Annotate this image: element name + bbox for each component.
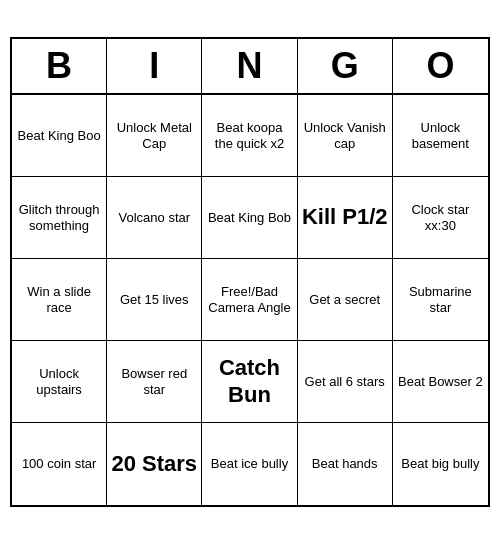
header-letter: N <box>202 39 297 93</box>
bingo-cell: Beat big bully <box>393 423 488 505</box>
bingo-card: BINGO Beat King BooUnlock Metal CapBeat … <box>10 37 490 507</box>
header-letter: I <box>107 39 202 93</box>
bingo-cell: Clock star xx:30 <box>393 177 488 259</box>
bingo-cell: Unlock basement <box>393 95 488 177</box>
bingo-cell: Catch Bun <box>202 341 297 423</box>
bingo-cell: Get all 6 stars <box>298 341 393 423</box>
header-letter: O <box>393 39 488 93</box>
bingo-cell: Beat Bowser 2 <box>393 341 488 423</box>
bingo-cell: Beat ice bully <box>202 423 297 505</box>
header-letter: G <box>298 39 393 93</box>
bingo-cell: Unlock Metal Cap <box>107 95 202 177</box>
bingo-cell: Get 15 lives <box>107 259 202 341</box>
bingo-cell: 20 Stars <box>107 423 202 505</box>
bingo-cell: Beat King Boo <box>12 95 107 177</box>
bingo-cell: Free!/Bad Camera Angle <box>202 259 297 341</box>
bingo-cell: Glitch through something <box>12 177 107 259</box>
bingo-cell: Unlock Vanish cap <box>298 95 393 177</box>
bingo-cell: Beat King Bob <box>202 177 297 259</box>
bingo-cell: Submarine star <box>393 259 488 341</box>
bingo-grid: Beat King BooUnlock Metal CapBeat koopa … <box>12 95 488 505</box>
bingo-cell: Win a slide race <box>12 259 107 341</box>
bingo-cell: Beat koopa the quick x2 <box>202 95 297 177</box>
bingo-header: BINGO <box>12 39 488 95</box>
bingo-cell: Kill P1/2 <box>298 177 393 259</box>
header-letter: B <box>12 39 107 93</box>
bingo-cell: Beat hands <box>298 423 393 505</box>
bingo-cell: 100 coin star <box>12 423 107 505</box>
bingo-cell: Volcano star <box>107 177 202 259</box>
bingo-cell: Unlock upstairs <box>12 341 107 423</box>
bingo-cell: Get a secret <box>298 259 393 341</box>
bingo-cell: Bowser red star <box>107 341 202 423</box>
